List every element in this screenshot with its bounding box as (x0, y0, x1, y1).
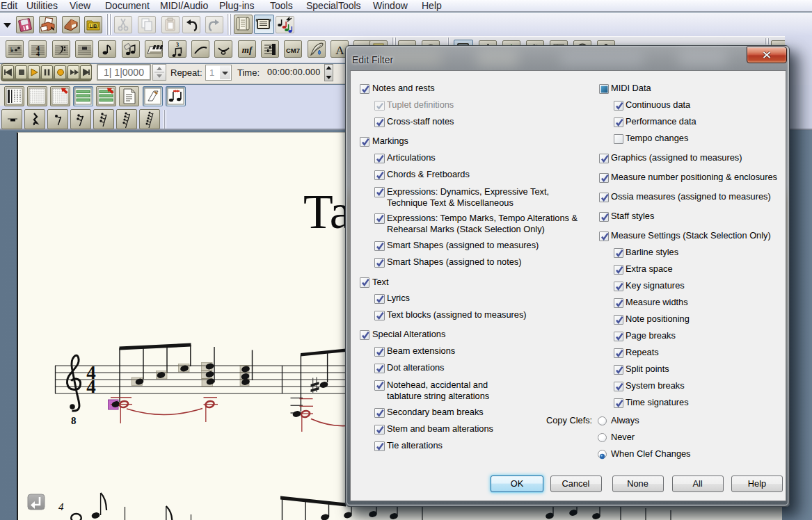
svg-text:8: 8 (71, 415, 77, 426)
svg-text:4: 4 (86, 376, 96, 397)
svg-text:4: 4 (58, 501, 64, 512)
